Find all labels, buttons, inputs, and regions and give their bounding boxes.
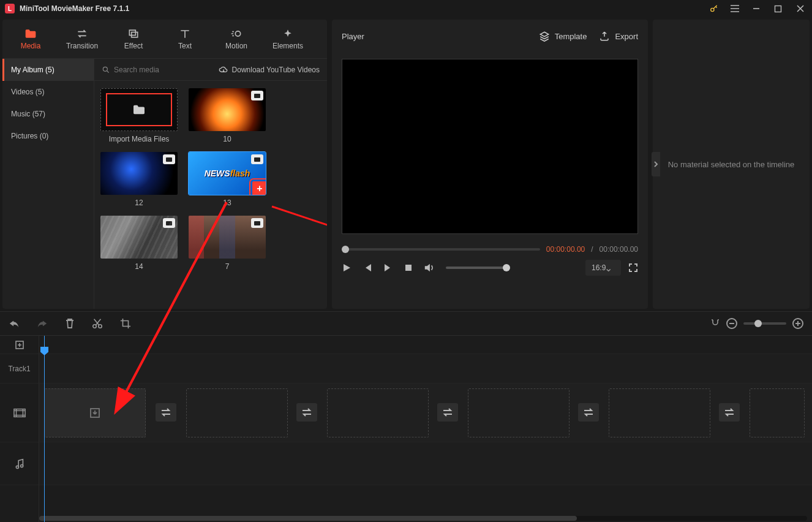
window-maximize[interactable] (774, 5, 785, 13)
titlebar: MiniTool MovieMaker Free 7.1.1 (0, 0, 812, 17)
media-item[interactable]: 7 (189, 216, 266, 271)
volume-button[interactable] (424, 263, 435, 273)
media-grid: Import Media Files 10 12 (94, 81, 327, 309)
volume-slider[interactable] (446, 267, 507, 269)
add-track-button[interactable] (0, 336, 39, 354)
layers-icon (127, 28, 140, 39)
media-item-label: 10 (223, 135, 231, 143)
media-item-selected[interactable]: NEWSflash + 13 (189, 152, 266, 207)
snap-button[interactable] (710, 319, 720, 328)
video-badge-icon (251, 154, 263, 164)
redo-button[interactable] (37, 319, 48, 328)
timeline-drop-slot[interactable] (327, 388, 429, 437)
stop-button[interactable] (404, 263, 413, 272)
tab-effect[interactable]: Effect (110, 28, 157, 50)
zoom-out-button[interactable] (726, 318, 737, 329)
transition-slot[interactable] (156, 403, 176, 422)
transition-slot[interactable] (578, 403, 599, 422)
window-close[interactable] (796, 4, 807, 13)
timeline-drop-slot[interactable] (44, 388, 146, 437)
video-badge-icon (163, 218, 175, 228)
export-label: Export (615, 32, 638, 41)
svg-rect-1 (775, 6, 781, 12)
tab-elements[interactable]: Elements (265, 28, 311, 50)
sparkle-icon (282, 28, 294, 39)
properties-empty-msg: No material selected on the timeline (668, 160, 795, 169)
import-media-tile[interactable]: Import Media Files (100, 88, 178, 143)
timeline-hscroll[interactable] (39, 516, 807, 521)
sidebar-item-videos[interactable]: Videos (5) (2, 81, 94, 103)
timeline-tracks[interactable] (39, 336, 812, 522)
download-label: Download YouTube Videos (232, 66, 320, 74)
sidebar-item-music[interactable]: Music (57) (2, 103, 94, 125)
media-item[interactable]: 12 (100, 152, 178, 207)
tab-motion[interactable]: Motion (213, 28, 260, 50)
properties-panel: No material selected on the timeline (653, 20, 810, 309)
add-to-timeline-button[interactable]: + (252, 181, 266, 195)
tab-media[interactable]: Media (7, 28, 54, 50)
sidebar-item-myalbum[interactable]: My Album (5) (2, 59, 94, 81)
crop-button[interactable] (120, 318, 131, 329)
time-current: 00:00:00.00 (546, 245, 585, 254)
tab-label: Elements (273, 42, 303, 50)
tab-text[interactable]: Text (162, 28, 208, 50)
media-item[interactable]: 14 (100, 216, 178, 271)
timeline-drop-slot[interactable] (468, 388, 570, 437)
svg-point-4 (235, 31, 240, 36)
prev-frame-button[interactable] (363, 263, 372, 273)
svg-rect-13 (13, 409, 24, 417)
export-icon (599, 31, 610, 42)
zoom-in-button[interactable] (792, 318, 803, 329)
video-badge-icon (163, 154, 175, 164)
next-frame-button[interactable] (383, 263, 393, 273)
svg-point-14 (16, 466, 18, 468)
top-tabs: Media Transition Effect Text Motion (2, 20, 327, 59)
svg-rect-7 (405, 265, 412, 271)
sidebar-item-label: Pictures (0) (11, 132, 48, 140)
time-sep: / (591, 245, 593, 254)
menu-icon[interactable] (730, 4, 741, 13)
timeline-drop-slot[interactable] (609, 388, 710, 437)
search-input[interactable] (114, 66, 187, 74)
transition-slot[interactable] (437, 403, 458, 422)
media-item-label: 7 (225, 262, 230, 271)
transition-slot[interactable] (296, 403, 317, 422)
svg-point-15 (20, 464, 23, 467)
video-track[interactable] (39, 384, 812, 442)
delete-button[interactable] (65, 318, 75, 329)
window-minimize[interactable] (752, 4, 763, 13)
transition-slot[interactable] (719, 403, 740, 422)
split-button[interactable] (92, 318, 103, 329)
fullscreen-button[interactable] (628, 263, 638, 273)
audio-track[interactable] (39, 442, 812, 485)
sidebar-item-label: My Album (5) (11, 66, 55, 74)
media-item-label: 14 (135, 262, 143, 271)
aspect-ratio-select[interactable]: 16:9 (585, 260, 621, 276)
download-youtube-link[interactable]: Download YouTube Videos (219, 66, 320, 74)
template-button[interactable]: Template (539, 31, 587, 42)
zoom-slider[interactable] (743, 322, 786, 325)
template-label: Template (555, 32, 587, 41)
video-track-icon (0, 384, 39, 442)
scrub-bar[interactable] (342, 248, 540, 251)
video-badge-icon (251, 91, 263, 100)
video-preview[interactable] (342, 59, 638, 234)
undo-button[interactable] (9, 319, 20, 328)
tab-transition[interactable]: Transition (59, 28, 105, 50)
key-icon[interactable] (709, 4, 719, 13)
media-item[interactable]: 10 (189, 88, 266, 143)
search-media[interactable] (102, 66, 212, 74)
player-panel: Player Template Export 00:00:00.00 / 0 (332, 20, 648, 309)
sidebar-item-pictures[interactable]: Pictures (0) (2, 125, 94, 147)
search-icon (102, 66, 110, 74)
timeline-ruler[interactable] (39, 336, 812, 354)
video-badge-icon (251, 218, 263, 228)
timeline-drop-slot[interactable] (750, 388, 805, 437)
playhead[interactable] (44, 336, 45, 522)
play-button[interactable] (342, 263, 351, 273)
collapse-properties-button[interactable] (652, 152, 660, 176)
export-button[interactable]: Export (599, 31, 638, 42)
motion-icon (230, 28, 242, 39)
template-icon (539, 31, 550, 42)
timeline-drop-slot[interactable] (186, 388, 288, 437)
